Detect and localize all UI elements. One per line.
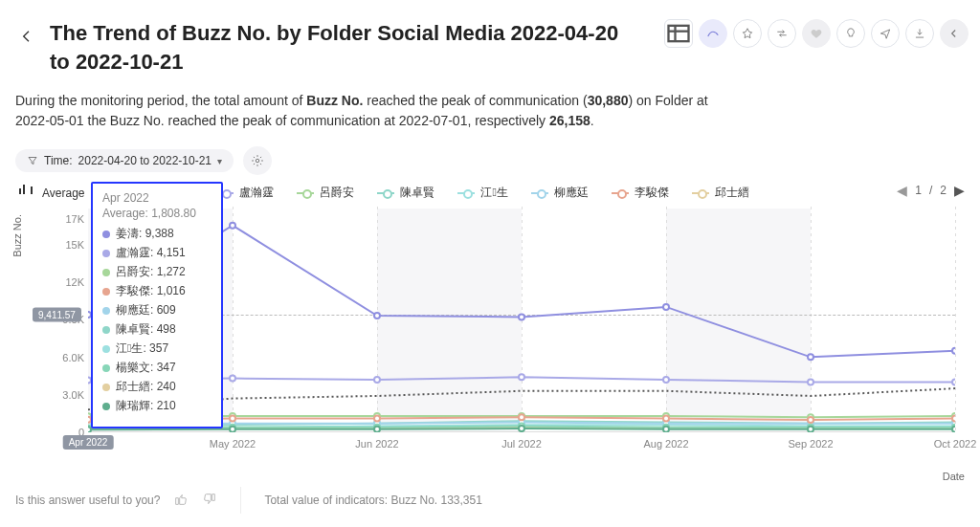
legend-item[interactable]: 李駿傑 <box>612 185 669 201</box>
svg-point-71 <box>663 427 669 432</box>
svg-point-6 <box>374 313 380 318</box>
filter-icon <box>27 155 38 166</box>
svg-point-7 <box>519 315 524 320</box>
useful-prompt: Is this answer useful to you? <box>15 494 160 507</box>
svg-point-3 <box>256 160 259 164</box>
chart-view-button[interactable] <box>699 19 727 48</box>
pin-button[interactable] <box>733 19 762 48</box>
svg-point-68 <box>230 427 235 432</box>
svg-point-72 <box>808 427 813 432</box>
chart-settings-button[interactable] <box>243 146 272 175</box>
time-filter[interactable]: Time: 2022-04-20 to 2022-10-21 ▾ <box>15 149 234 172</box>
y-axis-label: Buzz No. <box>11 214 23 257</box>
svg-point-47 <box>230 416 235 422</box>
chevron-down-icon: ▾ <box>217 156 222 166</box>
svg-point-70 <box>519 426 524 431</box>
svg-point-17 <box>952 380 955 385</box>
thumbs-up-button[interactable] <box>173 492 189 510</box>
svg-point-67 <box>88 428 91 433</box>
legend-average[interactable]: Average <box>19 187 84 200</box>
x-axis-label: Date <box>943 471 965 482</box>
svg-point-16 <box>808 380 813 385</box>
svg-point-12 <box>230 376 235 382</box>
svg-point-5 <box>230 223 235 229</box>
svg-point-50 <box>663 416 669 422</box>
time-filter-label: Time: <box>44 154 73 167</box>
svg-point-15 <box>663 377 669 383</box>
svg-point-14 <box>519 375 524 381</box>
legend-item[interactable]: 邱士縉 <box>692 185 749 201</box>
collapse-button[interactable] <box>940 19 969 48</box>
legend-pager: ◀ 1/2 ▶ <box>897 183 965 198</box>
share-button[interactable] <box>871 19 900 48</box>
legend-item[interactable]: 柳應廷 <box>531 185 589 201</box>
compare-button[interactable] <box>768 19 796 48</box>
tooltip-title: Apr 2022 <box>102 191 212 205</box>
toolbar <box>664 19 969 48</box>
total-indicators: Total value of indicators: Buzz No. 133,… <box>264 494 481 507</box>
legend-prev-button[interactable]: ◀ <box>897 183 907 198</box>
time-filter-value: 2022-04-20 to 2022-10-21 <box>78 154 212 167</box>
bars-icon <box>19 192 36 194</box>
svg-rect-0 <box>669 26 689 41</box>
svg-point-69 <box>374 427 380 432</box>
page-title: The Trend of Buzz No. by Folder Social M… <box>50 19 643 76</box>
legend-item[interactable]: 陳卓賢 <box>377 185 434 201</box>
legend-item[interactable]: 盧瀚霆 <box>216 185 274 201</box>
legend-item[interactable]: 江𤒹生 <box>457 185 507 201</box>
thumbs-down-button[interactable] <box>202 492 217 510</box>
summary-text: During the monitoring period, the total … <box>0 83 746 143</box>
svg-point-13 <box>374 377 380 383</box>
svg-point-51 <box>808 417 813 423</box>
svg-point-9 <box>808 355 813 361</box>
download-button[interactable] <box>905 19 934 48</box>
svg-point-48 <box>374 416 380 422</box>
insight-button[interactable] <box>836 19 865 48</box>
legend-next-button[interactable]: ▶ <box>954 183 965 198</box>
table-view-button[interactable] <box>664 19 693 48</box>
svg-point-10 <box>952 348 955 354</box>
chart-tooltip: Apr 2022 Average: 1,808.80 姜濤: 9,388盧瀚霆:… <box>91 182 223 428</box>
svg-point-73 <box>952 427 955 432</box>
svg-point-49 <box>519 415 524 421</box>
favorite-button[interactable] <box>802 19 831 48</box>
back-button[interactable] <box>15 25 38 48</box>
tooltip-average: Average: 1,808.80 <box>102 207 212 220</box>
svg-point-8 <box>663 304 669 310</box>
gear-icon <box>251 154 264 167</box>
legend-item[interactable]: 呂爵安 <box>297 185 354 201</box>
svg-point-52 <box>952 416 955 422</box>
